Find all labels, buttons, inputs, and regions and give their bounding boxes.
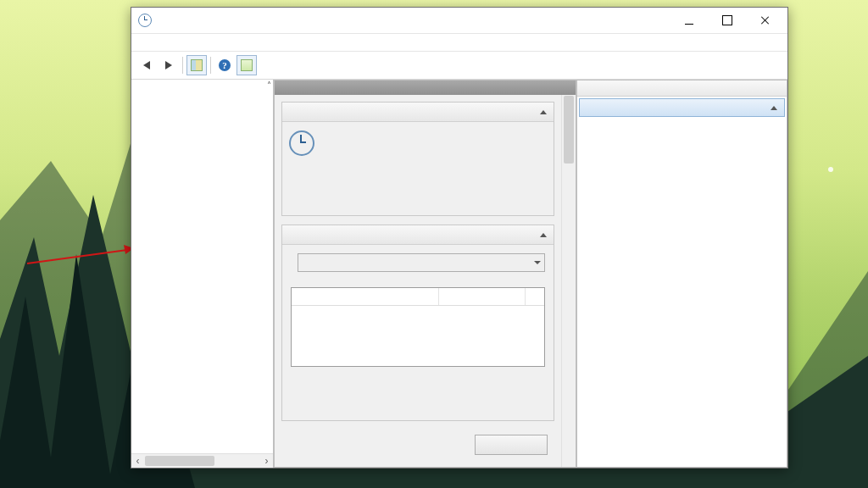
- chevron-down-icon: [534, 261, 541, 264]
- scroll-right-icon[interactable]: ›: [260, 455, 273, 467]
- scroll-up-icon[interactable]: ˄: [267, 80, 271, 90]
- tree-horizontal-scrollbar[interactable]: ‹ ›: [131, 453, 273, 468]
- title-bar[interactable]: [131, 8, 787, 34]
- show-hide-action-button[interactable]: [236, 55, 257, 75]
- grid-col-extra[interactable]: [526, 288, 544, 305]
- show-hide-tree-button[interactable]: [186, 55, 207, 75]
- minimize-button[interactable]: [670, 8, 708, 33]
- toolbar: ?: [131, 52, 787, 80]
- grid-col-task-name[interactable]: [292, 288, 439, 305]
- summary-header: [275, 80, 576, 95]
- task-status-group: [281, 225, 554, 421]
- maximize-button[interactable]: [708, 8, 746, 33]
- actions-scope-header[interactable]: [579, 98, 785, 117]
- scroll-thumb[interactable]: [145, 455, 259, 467]
- overview-group-header[interactable]: [282, 103, 554, 122]
- tree-pane: ˄ ‹ ›: [131, 80, 274, 468]
- summary-vertical-scrollbar[interactable]: [561, 95, 576, 467]
- overview-group: [281, 102, 554, 216]
- svg-point-5: [828, 167, 833, 172]
- back-button[interactable]: [136, 55, 157, 75]
- close-button[interactable]: [746, 8, 784, 33]
- panel-icon: [241, 59, 253, 71]
- refresh-button[interactable]: [475, 435, 548, 455]
- grid-col-run-result[interactable]: [439, 288, 526, 305]
- menu-bar: [131, 34, 787, 52]
- app-icon: [138, 14, 152, 27]
- folder-tree[interactable]: ˄: [131, 80, 273, 453]
- clock-icon: [289, 130, 314, 156]
- actions-pane: [576, 80, 787, 468]
- task-scheduler-window: ? ˄ ‹ ›: [131, 7, 788, 469]
- collapse-icon[interactable]: [540, 233, 547, 237]
- help-icon: ?: [219, 59, 231, 71]
- summary-pane: [274, 80, 576, 468]
- task-result-grid[interactable]: [291, 287, 545, 367]
- status-period-dropdown[interactable]: [298, 253, 545, 272]
- collapse-icon[interactable]: [771, 106, 777, 110]
- forward-button[interactable]: [159, 55, 179, 75]
- actions-title: [577, 80, 787, 97]
- help-button[interactable]: ?: [214, 55, 235, 75]
- refresh-bar: [281, 430, 554, 460]
- scroll-left-icon[interactable]: ‹: [131, 455, 144, 467]
- panels-icon: [191, 59, 203, 71]
- collapse-icon[interactable]: [540, 110, 547, 114]
- task-status-header[interactable]: [282, 225, 554, 245]
- scroll-thumb[interactable]: [564, 96, 574, 164]
